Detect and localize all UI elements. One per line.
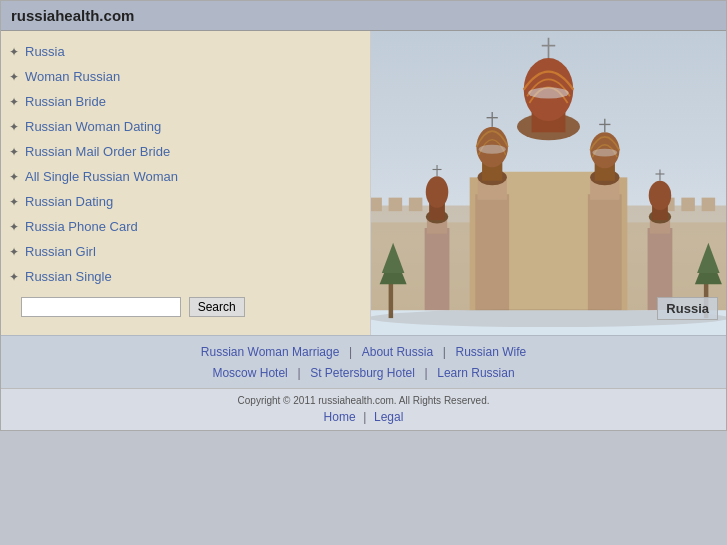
svg-rect-6 — [389, 198, 403, 212]
links-row-2: Moscow Hotel | St Petersburg Hotel | Lea… — [11, 362, 716, 383]
header: russiahealth.com — [1, 1, 726, 31]
nav-item[interactable]: ✦Russian Bride — [1, 89, 370, 114]
nav-link[interactable]: Russia Phone Card — [25, 219, 138, 234]
cathedral-illustration — [371, 31, 726, 335]
nav-item[interactable]: ✦Russian Girl — [1, 239, 370, 264]
footer-home-link[interactable]: Home — [324, 410, 356, 424]
nav-item[interactable]: ✦Russian Dating — [1, 189, 370, 214]
site-title: russiahealth.com — [11, 7, 134, 24]
nav-item[interactable]: ✦Woman Russian — [1, 64, 370, 89]
svg-rect-7 — [409, 198, 423, 212]
nav-bullet-icon: ✦ — [9, 170, 19, 184]
nav-bullet-icon: ✦ — [9, 220, 19, 234]
svg-point-48 — [592, 149, 617, 157]
link-about-russia[interactable]: About Russia — [362, 345, 433, 359]
footer-separator: | — [363, 410, 366, 424]
bottom-area — [0, 431, 727, 545]
search-button[interactable]: Search — [189, 297, 245, 317]
nav-item[interactable]: ✦Russia — [1, 39, 370, 64]
svg-point-47 — [479, 145, 506, 154]
nav-bullet-icon: ✦ — [9, 245, 19, 259]
link-st-petersburg-hotel[interactable]: St Petersburg Hotel — [310, 366, 415, 380]
svg-rect-25 — [588, 194, 622, 329]
search-input[interactable] — [21, 297, 181, 317]
content-area: ✦Russia✦Woman Russian✦Russian Bride✦Russ… — [1, 31, 726, 335]
search-area: Search — [1, 289, 370, 327]
nav-item[interactable]: ✦Russian Woman Dating — [1, 114, 370, 139]
copyright-text: Copyright © 2011 russiahealth.com. All R… — [11, 395, 716, 406]
link-russian-wife[interactable]: Russian Wife — [455, 345, 526, 359]
separator-2: | — [443, 345, 446, 359]
links-row-1: Russian Woman Marriage | About Russia | … — [11, 341, 716, 362]
nav-link[interactable]: All Single Russian Woman — [25, 169, 178, 184]
svg-point-46 — [528, 87, 569, 98]
image-panel: Russia — [371, 31, 726, 335]
link-russian-woman-marriage[interactable]: Russian Woman Marriage — [201, 345, 340, 359]
nav-link[interactable]: Russian Woman Dating — [25, 119, 161, 134]
nav-list: ✦Russia✦Woman Russian✦Russian Bride✦Russ… — [1, 39, 370, 289]
nav-bullet-icon: ✦ — [9, 145, 19, 159]
sidebar: ✦Russia✦Woman Russian✦Russian Bride✦Russ… — [1, 31, 371, 335]
svg-rect-18 — [475, 194, 509, 329]
russia-badge: Russia — [657, 297, 718, 320]
nav-bullet-icon: ✦ — [9, 270, 19, 284]
footer: Copyright © 2011 russiahealth.com. All R… — [1, 388, 726, 430]
nav-item[interactable]: ✦Russian Single — [1, 264, 370, 289]
link-learn-russian[interactable]: Learn Russian — [437, 366, 514, 380]
nav-bullet-icon: ✦ — [9, 45, 19, 59]
nav-link[interactable]: Russian Bride — [25, 94, 106, 109]
nav-link[interactable]: Russian Dating — [25, 194, 113, 209]
nav-link[interactable]: Russian Girl — [25, 244, 96, 259]
outer-wrapper: russiahealth.com ✦Russia✦Woman Russian✦R… — [0, 0, 727, 545]
svg-point-43 — [649, 181, 672, 210]
separator-1: | — [349, 345, 352, 359]
nav-link[interactable]: Russian Mail Order Bride — [25, 144, 170, 159]
nav-bullet-icon: ✦ — [9, 95, 19, 109]
nav-bullet-icon: ✦ — [9, 70, 19, 84]
nav-link[interactable]: Russia — [25, 44, 65, 59]
svg-rect-5 — [371, 198, 382, 212]
link-moscow-hotel[interactable]: Moscow Hotel — [212, 366, 287, 380]
nav-item[interactable]: ✦Russian Mail Order Bride — [1, 139, 370, 164]
svg-rect-50 — [389, 279, 394, 318]
nav-link[interactable]: Woman Russian — [25, 69, 120, 84]
svg-rect-9 — [681, 198, 695, 212]
nav-bullet-icon: ✦ — [9, 195, 19, 209]
main-container: russiahealth.com ✦Russia✦Woman Russian✦R… — [0, 0, 727, 431]
nav-bullet-icon: ✦ — [9, 120, 19, 134]
links-bar: Russian Woman Marriage | About Russia | … — [1, 335, 726, 388]
separator-4: | — [424, 366, 427, 380]
separator-3: | — [297, 366, 300, 380]
footer-legal-link[interactable]: Legal — [374, 410, 403, 424]
svg-point-36 — [426, 176, 449, 208]
footer-links: Home | Legal — [11, 409, 716, 424]
nav-item[interactable]: ✦All Single Russian Woman — [1, 164, 370, 189]
nav-link[interactable]: Russian Single — [25, 269, 112, 284]
svg-rect-10 — [702, 198, 716, 212]
cathedral-background: Russia — [371, 31, 726, 335]
nav-item[interactable]: ✦Russia Phone Card — [1, 214, 370, 239]
